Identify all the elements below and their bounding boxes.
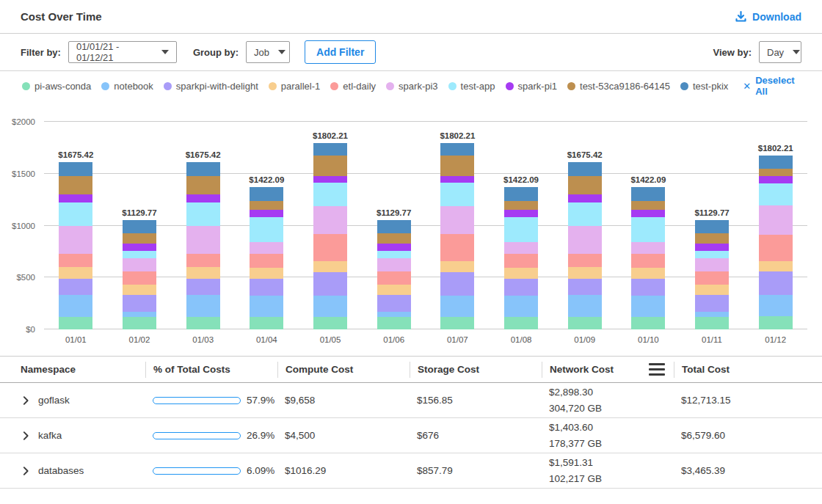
bar-segment-test-app[interactable]: [759, 183, 793, 205]
column-header-namespace[interactable]: Namespace: [13, 362, 145, 378]
bar-segment-pi-aws-conda[interactable]: [695, 317, 729, 329]
bar-segment-pi-aws-conda[interactable]: [568, 317, 602, 329]
bar-segment-spark-pi1[interactable]: [695, 244, 729, 251]
bar-segment-spark-pi1[interactable]: [123, 244, 156, 251]
bar-segment-pi-aws-conda[interactable]: [313, 317, 347, 329]
bar-segment-test-app[interactable]: [59, 202, 92, 226]
bar-segment-pi-aws-conda[interactable]: [504, 317, 538, 329]
bar-segment-notebook[interactable]: [123, 312, 156, 317]
namespace-expander[interactable]: kafka: [13, 430, 145, 441]
bar-segment-pi-aws-conda[interactable]: [759, 316, 793, 329]
bar-segment-etl-daily[interactable]: [695, 271, 729, 285]
bar-segment-spark-pi1[interactable]: [250, 210, 283, 218]
bar-segment-test-app[interactable]: [504, 217, 538, 241]
deselect-all-button[interactable]: ✕Deselect All: [743, 75, 800, 97]
bar-segment-test-53ca9186-64145[interactable]: [440, 156, 474, 176]
bar-segment-etl-daily[interactable]: [377, 271, 411, 285]
bar-segment-pi-aws-conda[interactable]: [186, 317, 220, 329]
column-header-percent-of-total-costs[interactable]: % of Total Costs: [145, 362, 277, 378]
bar-segment-test-53ca9186-64145[interactable]: [123, 233, 156, 244]
bar-segment-pi-aws-conda[interactable]: [377, 317, 411, 329]
bar-segment-test-53ca9186-64145[interactable]: [568, 176, 602, 194]
bar-segment-spark-pi3[interactable]: [440, 206, 474, 234]
bar-segment-test-pkix[interactable]: [440, 143, 474, 156]
bar-segment-spark-pi3[interactable]: [313, 206, 347, 234]
bar-segment-test-app[interactable]: [440, 183, 474, 205]
bar-segment-sparkpi-with-delight[interactable]: [568, 279, 602, 296]
bar-segment-pi-aws-conda[interactable]: [59, 317, 92, 329]
bar-segment-notebook[interactable]: [504, 296, 538, 317]
bar-segment-pi-aws-conda[interactable]: [631, 317, 665, 329]
bar-segment-parallel-1[interactable]: [695, 285, 729, 294]
bar-segment-sparkpi-with-delight[interactable]: [377, 295, 411, 312]
bar-segment-spark-pi1[interactable]: [377, 244, 411, 251]
group-by-select[interactable]: Job: [246, 41, 290, 63]
legend-item-test-53ca9186-64145[interactable]: test-53ca9186-64145: [567, 81, 670, 92]
bar-segment-sparkpi-with-delight[interactable]: [250, 279, 283, 296]
bar-segment-etl-daily[interactable]: [631, 254, 665, 268]
bar-01/11[interactable]: $1129.77: [680, 122, 744, 329]
bar-segment-test-app[interactable]: [377, 251, 411, 258]
bar-segment-spark-pi3[interactable]: [568, 226, 602, 254]
bar-01/10[interactable]: $1422.09: [616, 122, 680, 329]
chevron-right-icon[interactable]: [21, 395, 31, 406]
bar-segment-test-pkix[interactable]: [59, 162, 92, 176]
bar-segment-spark-pi1[interactable]: [313, 176, 347, 183]
bar-segment-parallel-1[interactable]: [504, 268, 538, 279]
bar-segment-parallel-1[interactable]: [759, 261, 793, 272]
bar-01/04[interactable]: $1422.09: [235, 122, 299, 329]
bar-segment-spark-pi3[interactable]: [59, 226, 92, 254]
bar-segment-parallel-1[interactable]: [250, 268, 283, 279]
bar-segment-pi-aws-conda[interactable]: [440, 317, 474, 329]
bar-01/08[interactable]: $1422.09: [490, 122, 553, 329]
bar-segment-spark-pi3[interactable]: [631, 242, 665, 254]
bar-01/03[interactable]: $1675.42: [171, 122, 235, 329]
bar-segment-pi-aws-conda[interactable]: [123, 317, 156, 329]
menu-icon[interactable]: [647, 362, 666, 377]
bar-segment-spark-pi3[interactable]: [504, 242, 538, 254]
bar-segment-parallel-1[interactable]: [377, 285, 411, 294]
bar-segment-notebook[interactable]: [250, 296, 283, 317]
legend-item-etl-daily[interactable]: etl-daily: [330, 81, 376, 92]
bar-segment-sparkpi-with-delight[interactable]: [123, 295, 156, 312]
bar-segment-test-pkix[interactable]: [695, 220, 729, 233]
bar-segment-etl-daily[interactable]: [440, 234, 474, 261]
legend-item-test-app[interactable]: test-app: [448, 81, 495, 92]
bar-segment-test-53ca9186-64145[interactable]: [631, 201, 665, 210]
bar-segment-test-pkix[interactable]: [759, 156, 793, 169]
download-button[interactable]: Download: [735, 10, 801, 23]
bar-segment-test-53ca9186-64145[interactable]: [59, 176, 92, 194]
bar-segment-test-53ca9186-64145[interactable]: [186, 176, 220, 194]
bar-segment-test-pkix[interactable]: [377, 220, 411, 233]
bar-segment-spark-pi1[interactable]: [59, 194, 92, 202]
bar-segment-spark-pi3[interactable]: [695, 258, 729, 271]
bar-segment-parallel-1[interactable]: [440, 261, 474, 272]
bar-segment-notebook[interactable]: [59, 295, 92, 316]
bar-segment-test-53ca9186-64145[interactable]: [759, 169, 793, 175]
bar-segment-notebook[interactable]: [631, 296, 665, 317]
bar-segment-test-pkix[interactable]: [313, 143, 347, 156]
bar-segment-pi-aws-conda[interactable]: [250, 317, 283, 329]
bar-segment-test-app[interactable]: [695, 251, 729, 258]
bar-segment-test-pkix[interactable]: [504, 187, 538, 200]
bar-segment-test-pkix[interactable]: [123, 220, 156, 233]
bar-segment-spark-pi3[interactable]: [759, 205, 793, 234]
bar-segment-etl-daily[interactable]: [250, 254, 283, 268]
bar-segment-spark-pi1[interactable]: [186, 194, 220, 202]
bar-segment-test-53ca9186-64145[interactable]: [250, 201, 283, 210]
legend-item-notebook[interactable]: notebook: [101, 81, 153, 92]
bar-segment-test-pkix[interactable]: [568, 162, 602, 176]
bar-segment-spark-pi1[interactable]: [568, 194, 602, 202]
bar-segment-test-app[interactable]: [186, 202, 220, 226]
bar-01/09[interactable]: $1675.42: [553, 122, 616, 329]
namespace-expander[interactable]: databases: [13, 465, 145, 476]
bar-01/02[interactable]: $1129.77: [108, 122, 172, 329]
chevron-right-icon[interactable]: [21, 431, 31, 441]
bar-segment-spark-pi1[interactable]: [504, 210, 538, 218]
bar-segment-test-app[interactable]: [568, 202, 602, 226]
bar-segment-test-app[interactable]: [123, 251, 156, 258]
bar-segment-parallel-1[interactable]: [123, 285, 156, 294]
bar-segment-parallel-1[interactable]: [313, 261, 347, 272]
bar-segment-test-53ca9186-64145[interactable]: [504, 201, 538, 210]
bar-segment-test-pkix[interactable]: [250, 187, 283, 200]
